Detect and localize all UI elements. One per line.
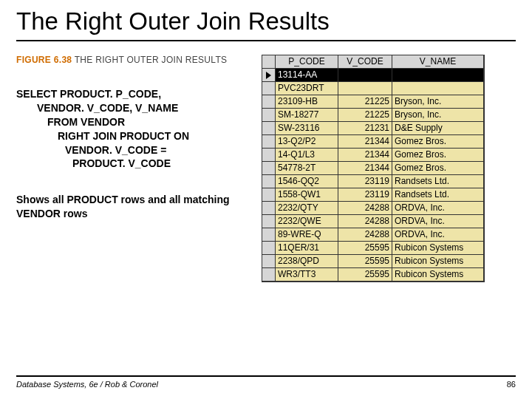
table-row[interactable]: 11QER/3125595Rubicon Systems: [262, 242, 484, 255]
row-selector[interactable]: [262, 228, 276, 242]
figure-label: FIGURE 6.38: [16, 55, 72, 65]
cell-pcode: 2232/QTY: [276, 202, 338, 215]
cell-vname: Randsets Ltd.: [392, 175, 484, 188]
sql-line-2: VENDOR. V_CODE, V_NAME: [37, 101, 253, 115]
table-row[interactable]: 23109-HB21225Bryson, Inc.: [262, 95, 484, 109]
cell-vcode: 21344: [338, 162, 392, 175]
cell-vcode: [338, 69, 392, 82]
cell-vcode: 25595: [338, 268, 392, 282]
col-header-vcode: V_CODE: [338, 55, 392, 69]
cell-vcode: [338, 82, 392, 95]
cell-vcode: 21344: [338, 135, 392, 149]
cell-vcode: 23119: [338, 175, 392, 188]
cell-vcode: 21231: [338, 122, 392, 135]
footer-row: Database Systems, 6e / Rob & Coronel 86: [16, 380, 516, 389]
result-grid: P_CODE V_CODE V_NAME 13114-AAPVC23DRT231…: [262, 55, 485, 282]
left-column: FIGURE 6.38 The Right Outer Join Results…: [16, 55, 253, 220]
sql-line-5: VENDOR. V_CODE =: [65, 143, 253, 157]
sql-line-1: SELECT PRODUCT. P_CODE,: [16, 87, 253, 101]
row-selector[interactable]: [262, 268, 276, 282]
row-selector[interactable]: [262, 188, 276, 202]
table-row[interactable]: WR3/TT325595Rubicon Systems: [262, 268, 484, 282]
description-text: Shows all PRODUCT rows and all matching …: [16, 193, 253, 219]
grid-body: 13114-AAPVC23DRT23109-HB21225Bryson, Inc…: [262, 69, 484, 282]
table-row[interactable]: 1546-QQ223119Randsets Ltd.: [262, 175, 484, 188]
cell-vcode: 21225: [338, 109, 392, 122]
sql-line-6: PRODUCT. V_CODE: [72, 157, 253, 171]
cell-pcode: 13114-AA: [276, 69, 338, 82]
table-row[interactable]: 89-WRE-Q24288ORDVA, Inc.: [262, 228, 484, 242]
row-selector[interactable]: [262, 69, 276, 82]
page-number: 86: [507, 380, 516, 389]
cell-pcode: WR3/TT3: [276, 268, 338, 282]
sql-block: SELECT PRODUCT. P_CODE, VENDOR. V_CODE, …: [16, 87, 253, 171]
cell-vname: Rubicon Systems: [392, 255, 484, 268]
row-selector[interactable]: [262, 175, 276, 188]
table-row[interactable]: 13-Q2/P221344Gomez Bros.: [262, 135, 484, 149]
cell-vname: ORDVA, Inc.: [392, 215, 484, 228]
table-row[interactable]: SW-2311621231D&E Supply: [262, 122, 484, 135]
footer-source: Database Systems, 6e / Rob & Coronel: [16, 380, 158, 389]
figure-caption: FIGURE 6.38 The Right Outer Join Results: [16, 55, 253, 65]
table-row[interactable]: PVC23DRT: [262, 82, 484, 95]
cell-pcode: 2238/QPD: [276, 255, 338, 268]
row-selector[interactable]: [262, 162, 276, 175]
right-column: P_CODE V_CODE V_NAME 13114-AAPVC23DRT231…: [262, 55, 483, 282]
current-row-icon: [266, 72, 271, 79]
cell-vcode: 24288: [338, 215, 392, 228]
cell-vcode: 21344: [338, 149, 392, 162]
page-title: The Right Outer Join Results: [16, 7, 516, 35]
cell-vname: ORDVA, Inc.: [392, 228, 484, 242]
cell-vname: Gomez Bros.: [392, 162, 484, 175]
row-selector[interactable]: [262, 122, 276, 135]
cell-pcode: SM-18277: [276, 109, 338, 122]
cell-vname: Bryson, Inc.: [392, 109, 484, 122]
table-row[interactable]: 14-Q1/L321344Gomez Bros.: [262, 149, 484, 162]
cell-vname: D&E Supply: [392, 122, 484, 135]
cell-vcode: 21225: [338, 95, 392, 109]
content-area: FIGURE 6.38 The Right Outer Join Results…: [16, 55, 516, 282]
row-selector[interactable]: [262, 215, 276, 228]
col-header-pcode: P_CODE: [276, 55, 338, 69]
cell-vname: [392, 82, 484, 95]
table-row[interactable]: 2232/QWE24288ORDVA, Inc.: [262, 215, 484, 228]
cell-pcode: 13-Q2/P2: [276, 135, 338, 149]
cell-pcode: 11QER/31: [276, 242, 338, 255]
cell-vname: Randsets Ltd.: [392, 188, 484, 202]
footer-rule: [16, 375, 516, 377]
cell-vcode: 25595: [338, 255, 392, 268]
row-selector[interactable]: [262, 135, 276, 149]
row-selector-header: [262, 55, 276, 69]
table-row[interactable]: SM-1827721225Bryson, Inc.: [262, 109, 484, 122]
row-selector[interactable]: [262, 149, 276, 162]
cell-vcode: 24288: [338, 202, 392, 215]
cell-vname: Gomez Bros.: [392, 135, 484, 149]
figure-caption-text: The Right Outer Join Results: [75, 55, 228, 65]
table-row[interactable]: 1558-QW123119Randsets Ltd.: [262, 188, 484, 202]
cell-vcode: 23119: [338, 188, 392, 202]
col-header-vname: V_NAME: [392, 55, 484, 69]
row-selector[interactable]: [262, 242, 276, 255]
footer: Database Systems, 6e / Rob & Coronel 86: [0, 375, 532, 389]
table-row[interactable]: 2238/QPD25595Rubicon Systems: [262, 255, 484, 268]
cell-pcode: 2232/QWE: [276, 215, 338, 228]
table-row[interactable]: 54778-2T21344Gomez Bros.: [262, 162, 484, 175]
table-row[interactable]: 2232/QTY24288ORDVA, Inc.: [262, 202, 484, 215]
row-selector[interactable]: [262, 95, 276, 109]
cell-vname: Rubicon Systems: [392, 268, 484, 282]
cell-pcode: 14-Q1/L3: [276, 149, 338, 162]
row-selector[interactable]: [262, 255, 276, 268]
cell-pcode: 23109-HB: [276, 95, 338, 109]
cell-pcode: 54778-2T: [276, 162, 338, 175]
cell-pcode: 89-WRE-Q: [276, 228, 338, 242]
row-selector[interactable]: [262, 109, 276, 122]
table-row[interactable]: 13114-AA: [262, 69, 484, 82]
cell-vname: Bryson, Inc.: [392, 95, 484, 109]
sql-line-4: RIGHT JOIN PRODUCT ON: [58, 129, 253, 143]
cell-vname: ORDVA, Inc.: [392, 202, 484, 215]
row-selector[interactable]: [262, 82, 276, 95]
grid-header: P_CODE V_CODE V_NAME: [262, 55, 484, 69]
cell-pcode: SW-23116: [276, 122, 338, 135]
row-selector[interactable]: [262, 202, 276, 215]
slide: The Right Outer Join Results FIGURE 6.38…: [0, 0, 532, 399]
